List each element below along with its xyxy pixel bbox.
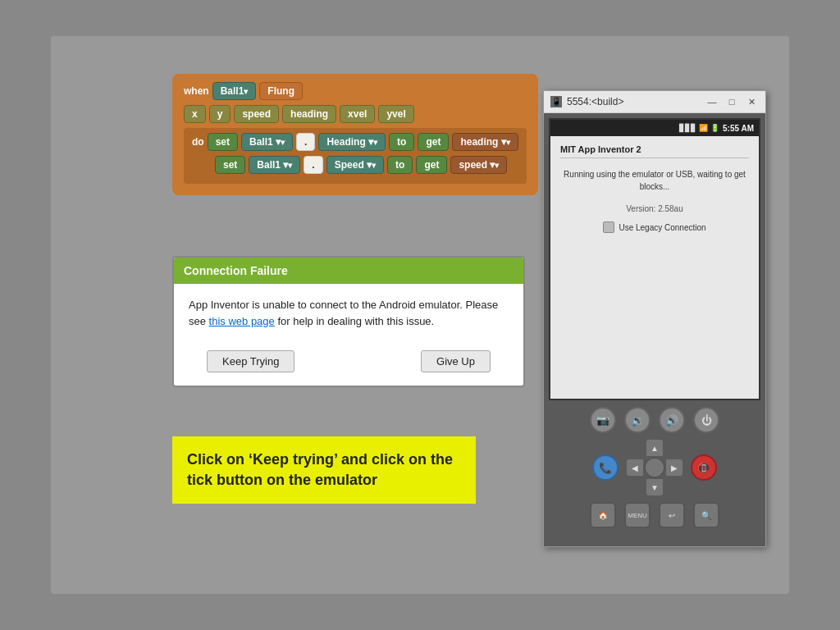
phone-body: ▊▊▊ 📶 🔋 5:55 AM MIT App Inventor 2 Runni… xyxy=(544,113,765,546)
get-label-1: get xyxy=(418,133,449,151)
ball1-block[interactable]: Ball1 xyxy=(212,82,257,100)
phone-content: MIT App Inventor 2 Running using the emu… xyxy=(550,136,759,399)
instruction-box: Click on ‘Keep trying’ and click on the … xyxy=(172,436,476,504)
phone-version: Version: 2.58au xyxy=(560,204,749,213)
emulator-title: 5554:<build> xyxy=(567,96,700,107)
search-button[interactable]: 🔍 xyxy=(693,502,719,528)
controls-row2: 📞 ▲ ▼ ◀ ▶ 📵 xyxy=(557,440,752,495)
dialog-header: Connection Failure xyxy=(174,258,523,284)
battery-icon: 🔋 xyxy=(710,124,719,132)
status-time: 5:55 AM xyxy=(723,124,754,133)
set-label-1: set xyxy=(208,133,238,151)
instruction-text: Click on ‘Keep trying’ and click on the … xyxy=(187,451,453,488)
dpad-down[interactable]: ▼ xyxy=(646,479,663,495)
checkbox-row: Use Legacy Connection xyxy=(560,221,749,233)
keep-trying-button[interactable]: Keep Trying xyxy=(207,350,294,372)
back-button[interactable]: ↩ xyxy=(659,502,685,528)
flung-block: Flung xyxy=(259,82,303,100)
dpad-left[interactable]: ◀ xyxy=(627,459,643,476)
param-xvel: xvel xyxy=(340,105,375,123)
dialog-message-part2: for help in dealing with this issue. xyxy=(275,315,434,327)
param-x: x xyxy=(184,105,206,123)
main-container: when Ball1 Flung x y speed heading xvel … xyxy=(51,36,789,594)
dot-1: . xyxy=(296,133,315,151)
end-call-button[interactable]: 📵 xyxy=(691,454,717,481)
speed-val-block[interactable]: speed ▾ xyxy=(450,156,507,174)
phone-screen: ▊▊▊ 📶 🔋 5:55 AM MIT App Inventor 2 Runni… xyxy=(549,118,760,400)
emulator-titlebar: 📱 5554:<build> — □ ✕ xyxy=(544,91,765,113)
to-label-1: to xyxy=(389,133,414,151)
phone-message: Running using the emulator or USB, waiti… xyxy=(560,168,749,193)
speed-prop-block[interactable]: Speed ▾ xyxy=(326,156,384,174)
get-label-2: get xyxy=(416,156,447,174)
dialog-buttons: Keep Trying Give Up xyxy=(174,342,523,386)
legacy-checkbox[interactable] xyxy=(603,221,614,233)
connection-failure-dialog: Connection Failure App Inventor is unabl… xyxy=(172,256,525,387)
param-speed: speed xyxy=(234,105,279,123)
dpad-right[interactable]: ▶ xyxy=(666,459,682,476)
vol-down-button[interactable]: 🔉 xyxy=(624,407,651,433)
controls-row1: 📷 🔉 🔊 ⏻ xyxy=(557,407,752,433)
maximize-button[interactable]: □ xyxy=(724,94,739,109)
signal-icon: ▊▊▊ xyxy=(679,124,696,132)
dialog-title: Connection Failure xyxy=(184,264,288,277)
param-yvel: yvel xyxy=(378,105,413,123)
controls-row3: 🏠 MENU ↩ 🔍 xyxy=(557,502,752,528)
camera-button[interactable]: 📷 xyxy=(590,407,616,433)
heading-val-block[interactable]: heading ▾ xyxy=(452,133,518,151)
status-icons: ▊▊▊ 📶 🔋 xyxy=(679,124,719,132)
event-block: when Ball1 Flung x y speed heading xvel … xyxy=(172,74,538,195)
emulator-icon: 📱 xyxy=(550,96,562,107)
do-label: do xyxy=(192,136,204,148)
power-button[interactable]: ⏻ xyxy=(693,407,719,433)
ball1-speed-block[interactable]: Ball1 ▾ xyxy=(249,156,300,174)
close-button[interactable]: ✕ xyxy=(744,94,759,109)
emulator-window: 📱 5554:<build> — □ ✕ ▊▊▊ 📶 🔋 5:55 AM xyxy=(543,90,766,547)
menu-button[interactable]: MENU xyxy=(624,502,651,528)
dpad-up[interactable]: ▲ xyxy=(646,440,663,456)
blocks-area: when Ball1 Flung x y speed heading xvel … xyxy=(172,74,541,195)
minimize-button[interactable]: — xyxy=(705,94,719,109)
ball1-heading-block[interactable]: Ball1 ▾ xyxy=(241,133,293,151)
call-button[interactable]: 📞 xyxy=(592,454,619,481)
to-label-2: to xyxy=(387,156,413,174)
param-heading: heading xyxy=(282,105,336,123)
phone-statusbar: ▊▊▊ 📶 🔋 5:55 AM xyxy=(550,120,759,136)
home-button[interactable]: 🏠 xyxy=(590,502,616,528)
set-label-2: set xyxy=(215,156,245,174)
dialog-body: App Inventor is unable to connect to the… xyxy=(174,284,523,342)
app-title: MIT App Inventor 2 xyxy=(560,144,749,158)
wifi-icon: 📶 xyxy=(699,124,708,132)
legacy-label: Use Legacy Connection xyxy=(619,223,705,232)
dialog-link[interactable]: this web page xyxy=(209,315,275,327)
dot-2: . xyxy=(304,156,322,174)
dpad: ▲ ▼ ◀ ▶ xyxy=(627,440,682,495)
vol-up-button[interactable]: 🔊 xyxy=(659,407,685,433)
do-block: do set Ball1 ▾ . Heading ▾ to get headin… xyxy=(184,128,527,184)
when-label: when xyxy=(184,85,209,97)
param-y: y xyxy=(209,105,231,123)
heading-prop-block[interactable]: Heading ▾ xyxy=(318,133,386,151)
dpad-center[interactable] xyxy=(644,457,665,478)
give-up-button[interactable]: Give Up xyxy=(421,350,491,372)
phone-controls: 📷 🔉 🔊 ⏻ 📞 ▲ ▼ ◀ ▶ 📵 xyxy=(549,400,760,541)
